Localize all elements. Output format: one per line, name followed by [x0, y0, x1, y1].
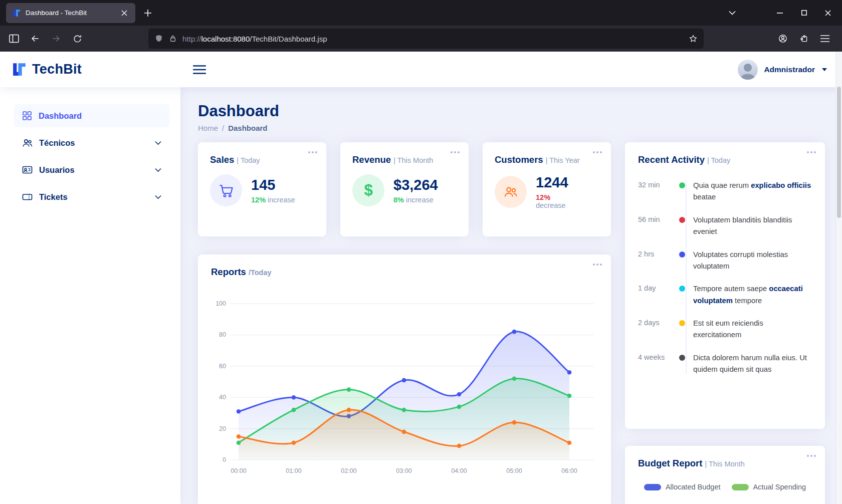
brand-logo-icon	[11, 61, 28, 78]
card-filter: | This Year	[546, 156, 580, 164]
sidebar-item-label: Tickets	[39, 192, 68, 202]
breadcrumb: Home / Dashboard	[198, 124, 831, 132]
activity-time: 2 days	[638, 318, 679, 341]
sidebar-item-label: Técnicos	[39, 138, 75, 148]
url-path: /TechBit/Dashboard.jsp	[250, 35, 327, 43]
page-title: Dashboard	[198, 102, 831, 120]
card-options-icon[interactable]	[807, 151, 816, 153]
page-scrollbar-thumb[interactable]	[837, 87, 841, 218]
svg-text:05:00: 05:00	[506, 467, 522, 474]
window-maximize-button[interactable]	[792, 0, 816, 26]
bookmark-star-icon[interactable]	[689, 34, 698, 43]
brand-name: TechBit	[32, 62, 82, 77]
user-profile-menu[interactable]: Admnistrador	[738, 60, 827, 80]
url-bar[interactable]: http://localhost:8080/TechBit/Dashboard.…	[148, 29, 704, 49]
site-security-lock-icon[interactable]	[169, 34, 177, 43]
svg-text:40: 40	[219, 394, 226, 401]
svg-text:0: 0	[223, 456, 226, 463]
new-tab-button[interactable]	[139, 5, 156, 22]
sidebar-collapse-toggle-icon[interactable]	[191, 61, 208, 78]
breadcrumb-home-link[interactable]: Home	[198, 124, 218, 132]
sidebar-item-tickets[interactable]: Tickets	[14, 185, 169, 208]
tracking-protection-shield-icon[interactable]	[154, 34, 163, 44]
activity-text: Dicta dolorem harum nulla eius. Ut quide…	[693, 352, 812, 376]
dashboard-grid-icon	[22, 111, 32, 121]
budget-legend: Allocated Budget Actual Spending	[638, 483, 812, 491]
sales-card: Sales| Today 145 12% increase	[198, 142, 326, 236]
activity-dot	[679, 355, 685, 361]
brand-logo[interactable]: TechBit	[11, 61, 82, 78]
card-filter: | Today	[707, 156, 730, 164]
customers-value: 1244	[536, 174, 568, 191]
sidebar-toggle-icon[interactable]	[5, 30, 23, 48]
card-filter: | This Month	[393, 156, 433, 164]
tab-close-icon[interactable]	[117, 6, 131, 20]
browser-tab-bar: Dashboard - TechBit	[0, 0, 842, 26]
svg-text:80: 80	[219, 331, 226, 338]
back-button[interactable]	[26, 30, 44, 48]
user-avatar[interactable]	[738, 60, 758, 80]
user-menu-caret-icon[interactable]	[822, 68, 827, 71]
sidebar-item-dashboard[interactable]: Dashboard	[14, 104, 169, 127]
card-options-icon[interactable]	[593, 264, 602, 266]
budget-report-card: Budget Report| This Month Allocated Budg…	[625, 446, 825, 504]
page-scrollbar[interactable]	[835, 52, 842, 504]
sales-percent: 12%	[251, 196, 266, 204]
legend-item[interactable]: Actual Spending	[732, 483, 806, 491]
activity-text: Tempore autem saepe occaecati voluptatem…	[693, 283, 812, 307]
sales-value: 145	[251, 177, 295, 193]
sidebar-item-tecnicos[interactable]: Técnicos	[14, 131, 169, 154]
svg-text:60: 60	[219, 363, 226, 370]
activity-time: 32 min	[638, 180, 679, 203]
card-title: Recent Activity	[638, 154, 705, 165]
legend-label: Actual Spending	[753, 483, 806, 491]
svg-text:00:00: 00:00	[231, 467, 246, 474]
dollar-icon: $	[352, 174, 384, 206]
revenue-card: Revenue| This Month $ $3,264 8% increase	[340, 142, 469, 236]
activity-text: Quia quae rerum explicabo officiis beata…	[693, 180, 812, 203]
sidebar-item-label: Dashboard	[39, 111, 82, 121]
user-card-icon	[22, 165, 33, 175]
window-minimize-button[interactable]	[768, 0, 792, 26]
people-icon	[22, 138, 33, 148]
svg-text:01:00: 01:00	[286, 467, 301, 474]
activity-text: Est sit eum reiciendis exercitationem	[693, 318, 812, 341]
window-close-button[interactable]	[816, 0, 840, 26]
legend-swatch	[732, 484, 749, 490]
card-title: Customers	[495, 154, 543, 165]
chevron-down-icon[interactable]	[155, 195, 161, 199]
chevron-down-icon[interactable]	[155, 168, 161, 172]
app-menu-hamburger-icon[interactable]	[816, 30, 834, 48]
activity-time: 56 min	[638, 214, 679, 238]
activity-timeline: 32 min Quia quae rerum explicabo officii…	[638, 174, 812, 381]
browser-window: Dashboard - TechBit	[0, 0, 842, 504]
browser-tab[interactable]: Dashboard - TechBit	[6, 3, 135, 23]
page-viewport: TechBit Admnistrador Dashboard	[0, 52, 842, 504]
card-options-icon[interactable]	[807, 455, 816, 457]
card-title: Reports	[211, 267, 246, 277]
account-icon[interactable]	[774, 30, 792, 48]
customers-percent: 12%	[536, 193, 568, 201]
card-options-icon[interactable]	[593, 151, 602, 153]
list-all-tabs-chevron-icon[interactable]	[724, 5, 741, 22]
svg-text:03:00: 03:00	[396, 467, 411, 474]
svg-text:02:00: 02:00	[341, 467, 356, 474]
revenue-percent-note: increase	[406, 196, 434, 204]
sidebar-item-usuarios[interactable]: Usuarios	[14, 158, 169, 181]
legend-label: Allocated Budget	[666, 483, 721, 491]
reload-button[interactable]	[68, 30, 86, 48]
activity-dot	[679, 251, 685, 258]
card-options-icon[interactable]	[451, 151, 460, 153]
extensions-puzzle-icon[interactable]	[795, 30, 813, 48]
revenue-percent: 8%	[393, 196, 404, 204]
forward-button[interactable]	[47, 30, 65, 48]
card-options-icon[interactable]	[308, 151, 317, 153]
legend-item[interactable]: Allocated Budget	[644, 483, 721, 491]
activity-item: 2 days Est sit eum reiciendis exercitati…	[638, 312, 812, 347]
chevron-down-icon[interactable]	[155, 141, 161, 145]
tab-favicon-icon	[12, 9, 21, 18]
ticket-icon	[22, 192, 33, 202]
url-scheme: http://	[182, 35, 201, 43]
cart-icon	[210, 174, 242, 206]
url-input[interactable]: http://localhost:8080/TechBit/Dashboard.…	[182, 35, 683, 43]
